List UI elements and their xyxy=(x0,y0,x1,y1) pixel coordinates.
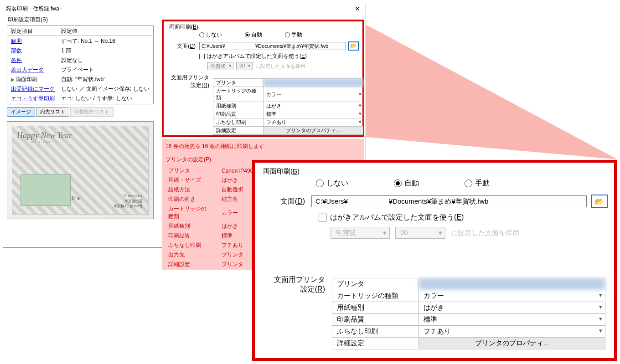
pink-row-label: 出力先 xyxy=(163,251,215,259)
printer-row-label: カートリッジの種類 xyxy=(332,290,419,302)
settings-item-label: 両面印刷 xyxy=(8,75,57,84)
close-icon[interactable]: ✕ xyxy=(352,5,363,12)
use-album-checkbox-zoom[interactable]: はがきアルバムで設定した文面を使う(E) xyxy=(319,213,608,222)
printer-row-value[interactable]: カラー xyxy=(419,290,605,302)
tab-image[interactable]: イメージ xyxy=(7,107,35,117)
pink-row-label: 印刷の向き xyxy=(163,195,215,204)
preview-greeting: Happy New Year xyxy=(17,131,72,140)
album-suffix-text: に設定した文面を採用 xyxy=(255,63,305,70)
settings-item-label[interactable]: 範囲 xyxy=(8,37,57,46)
col-header-item: 設定項目 xyxy=(8,27,57,36)
settings-item-value: プライベート xyxy=(58,66,152,74)
preview-key-graphic: 🗝 xyxy=(72,193,81,203)
duplex-print-panel: 両面印刷(B) しない 自動 手動 文面(D) 📂 はがきアルバムで設定した文面… xyxy=(162,20,364,137)
use-album-checkbox[interactable]: はがきアルバムで設定した文面を使う(E) xyxy=(199,52,359,60)
pink-row-label: カートリッジの種類 xyxy=(163,205,215,221)
album-type-dropdown: 年賀状 xyxy=(207,62,233,70)
printer-row-value[interactable]: はがき xyxy=(419,302,605,314)
printer-row-value: Canon xyxy=(264,79,363,87)
printer-row-value[interactable]: カラー xyxy=(264,87,363,102)
pink-row-label: 印刷品質 xyxy=(163,231,215,240)
printer-properties-button[interactable]: プリンタのプロパティ... xyxy=(419,338,605,349)
printer-row-label: ふちなし印刷 xyxy=(213,118,264,127)
printer-properties-button[interactable]: プリンタのプロパティ... xyxy=(264,127,363,135)
pink-row-label: ふちなし印刷 xyxy=(163,241,215,250)
summary-text: 16 件の宛先を 16 枚の用紙に印刷します xyxy=(162,139,364,154)
printer-row-label: プリンタ xyxy=(332,278,419,290)
album-year-dropdown-zoom: 20 xyxy=(395,227,445,239)
printer-row-value: Canon xyxy=(419,278,605,290)
printer-row-label: 詳細設定 xyxy=(332,338,419,349)
browse-button[interactable]: 📂 xyxy=(348,41,359,51)
browse-button-zoom[interactable]: 📂 xyxy=(591,195,608,208)
face-label-zoom: 文面(D) xyxy=(261,197,311,206)
settings-item-label[interactable]: 部数 xyxy=(8,46,57,55)
settings-item-value: エコ: しない / うす墨: しない xyxy=(58,94,152,103)
pink-row-label: 給紙方法 xyxy=(163,185,215,194)
face-printer-label: 文面用プリンタ設定(R) xyxy=(167,74,213,89)
settings-item-value: 設定なし xyxy=(58,56,152,65)
radio-manual[interactable]: 手動 xyxy=(285,31,302,39)
preview-area: Happy New Year Jan. 1, 2021 🗝 〒105-0011 … xyxy=(7,121,154,219)
radio-none[interactable]: しない xyxy=(199,31,222,39)
radio-manual-zoom[interactable]: 手動 xyxy=(465,179,490,188)
radio-none-zoom[interactable]: しない xyxy=(316,179,348,188)
album-type-dropdown-zoom: 年賀状 xyxy=(331,227,390,239)
printer-row-label: カートリッジの種類 xyxy=(213,87,264,102)
printer-row-value[interactable]: 標準 xyxy=(419,314,605,326)
printer-row-label: ふちなし印刷 xyxy=(332,326,419,338)
col-header-value: 設定値 xyxy=(58,27,152,36)
preview-address: 〒105-0011 東京都港区 東新橋1丁目5-2号 xyxy=(114,194,143,209)
printer-row-value[interactable]: フチあり xyxy=(264,118,363,127)
printer-row-label: プリンタ xyxy=(213,79,264,87)
face-printer-table-zoom: プリンタCanonカートリッジの種類カラー用紙種別はがき印刷品質標準ふちなし印刷… xyxy=(332,278,605,349)
printer-row-label: 印刷品質 xyxy=(332,314,419,326)
settings-item-label[interactable]: エコ・うす墨印刷 xyxy=(8,94,57,103)
settings-item-value: 1 部 xyxy=(58,46,152,55)
svg-marker-0 xyxy=(362,23,618,159)
duplex-group-label: 両面印刷(B) xyxy=(167,23,200,31)
preview-date: Jan. 1, 2021 xyxy=(31,140,51,144)
printer-row-label: 印刷品質 xyxy=(213,110,264,118)
settings-item-value: しない ／ 文面イメージ保存: しない xyxy=(58,85,152,93)
printer-row-label: 詳細設定 xyxy=(213,127,264,135)
tab-list[interactable]: 宛先リスト xyxy=(36,107,69,117)
pink-row-label: プリンタ xyxy=(163,166,215,175)
face-printer-label-zoom: 文面用プリンタ設定(R) xyxy=(261,275,325,294)
radio-auto-zoom[interactable]: 自動 xyxy=(394,179,419,188)
printer-row-label: 用紙種別 xyxy=(332,302,419,314)
album-year-dropdown: 20 xyxy=(236,62,253,70)
settings-item-value: 自動: "年賀状.fwb" xyxy=(58,75,152,84)
settings-item-label[interactable]: 差出人データ xyxy=(8,66,57,74)
printer-row-value[interactable]: 標準 xyxy=(264,110,363,118)
album-suffix-text-zoom: に設定した文面を採用 xyxy=(451,229,519,237)
radio-auto[interactable]: 自動 xyxy=(245,31,262,39)
printer-row-value[interactable]: フチあり xyxy=(419,326,605,338)
pink-row-label: 用紙種別 xyxy=(163,222,215,231)
duplex-print-panel-zoom: 両面印刷(B) しない 自動 手動 文面(D) 📂 はがきアルバムで設定した文面… xyxy=(252,160,617,361)
face-file-input[interactable] xyxy=(199,42,346,50)
printer-row-label: 用紙種別 xyxy=(213,102,264,110)
printer-row-value[interactable]: はがき xyxy=(264,102,363,110)
preview-envelope-graphic xyxy=(21,174,71,206)
face-file-input-zoom[interactable] xyxy=(311,195,587,207)
window-title: 宛名印刷 - 住所録.fwa - xyxy=(6,5,62,13)
settings-item-value: すべて: No.1 ～ No.16 xyxy=(58,37,152,46)
duplex-group-label-zoom: 両面印刷(B) xyxy=(261,167,301,176)
face-label: 文面(D) xyxy=(167,42,199,50)
settings-item-label[interactable]: 出受記録にマーク xyxy=(8,85,57,93)
settings-item-label[interactable]: 条件 xyxy=(8,56,57,65)
pink-row-label: 詳細設定 xyxy=(163,260,215,269)
tab-exclude: 印刷除外リスト xyxy=(70,107,114,117)
pink-row-label: 用紙・サイズ xyxy=(163,176,215,185)
face-printer-table: プリンタCanonカートリッジの種類カラー用紙種別はがき印刷品質標準ふちなし印刷… xyxy=(213,78,363,135)
settings-table: 設定項目 設定値 範囲すべて: No.1 ～ No.16部数1 部条件設定なし差… xyxy=(7,26,154,104)
